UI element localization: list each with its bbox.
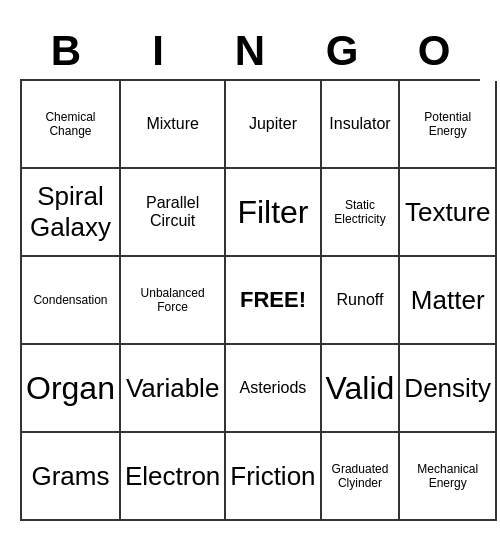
bingo-cell: Grams (22, 433, 121, 521)
bingo-cell: Organ (22, 345, 121, 433)
bingo-cell: Density (400, 345, 497, 433)
bingo-cell: Insulator (322, 81, 401, 169)
bingo-cell: Chemical Change (22, 81, 121, 169)
bingo-cell: Asteriods (226, 345, 321, 433)
bingo-cell: Valid (322, 345, 401, 433)
bingo-cell: Matter (400, 257, 497, 345)
bingo-cell: Runoff (322, 257, 401, 345)
bingo-cell: Mixture (121, 81, 226, 169)
bingo-cell: FREE! (226, 257, 321, 345)
header-letter: O (388, 23, 480, 79)
bingo-cell: Mechanical Energy (400, 433, 497, 521)
bingo-grid: Chemical ChangeMixtureJupiterInsulatorPo… (20, 79, 480, 521)
bingo-cell: Jupiter (226, 81, 321, 169)
bingo-cell: Parallel Circuit (121, 169, 226, 257)
bingo-card: BINGO Chemical ChangeMixtureJupiterInsul… (10, 13, 490, 531)
bingo-cell: Spiral Galaxy (22, 169, 121, 257)
header-letter: N (204, 23, 296, 79)
bingo-cell: Graduated Clyinder (322, 433, 401, 521)
header-letter: B (20, 23, 112, 79)
header-letter: I (112, 23, 204, 79)
bingo-cell: Unbalanced Force (121, 257, 226, 345)
bingo-cell: Filter (226, 169, 321, 257)
header-letter: G (296, 23, 388, 79)
bingo-cell: Static Electricity (322, 169, 401, 257)
bingo-cell: Electron (121, 433, 226, 521)
bingo-cell: Friction (226, 433, 321, 521)
bingo-cell: Texture (400, 169, 497, 257)
bingo-cell: Potential Energy (400, 81, 497, 169)
bingo-cell: Variable (121, 345, 226, 433)
bingo-header: BINGO (20, 23, 480, 79)
bingo-cell: Condensation (22, 257, 121, 345)
